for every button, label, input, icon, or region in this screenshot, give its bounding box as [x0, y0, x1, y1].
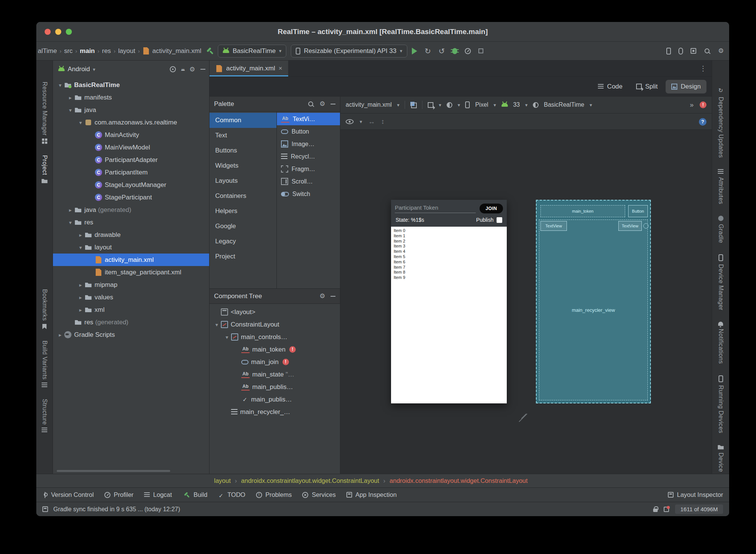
- palette-category-widgets[interactable]: Widgets: [210, 158, 276, 173]
- tool-button-gradle[interactable]: Gradle: [717, 216, 724, 243]
- status-panel-icon[interactable]: [42, 506, 48, 512]
- run-button[interactable]: [412, 48, 417, 54]
- state-label[interactable]: State: %1$s: [396, 217, 424, 223]
- project-tree-item[interactable]: res: [53, 216, 209, 229]
- project-tree-item[interactable]: Gradle Scripts: [53, 328, 209, 341]
- stop-icon[interactable]: [478, 48, 483, 53]
- run-configuration-selector[interactable]: BasicRealTime ▾: [218, 45, 286, 58]
- mode-design-button[interactable]: Design: [666, 80, 706, 93]
- tool-button-structure[interactable]: Structure: [41, 399, 48, 433]
- tool-button-bookmarks[interactable]: Bookmarks: [41, 289, 48, 329]
- clear-constraints-icon[interactable]: ↔: [368, 118, 375, 126]
- device-manager-icon[interactable]: [666, 48, 671, 54]
- project-tree-item[interactable]: StageParticipant: [53, 191, 209, 204]
- night-mode-icon[interactable]: [447, 102, 452, 108]
- theme-picker[interactable]: BasicRealTime: [544, 101, 584, 108]
- device-mirroring-icon[interactable]: [678, 48, 683, 54]
- breadcrumb-item[interactable]: alTime: [38, 47, 57, 55]
- chevron-collapsed-icon[interactable]: [56, 332, 64, 338]
- component-tree-item[interactable]: ConstraintLayout: [210, 318, 340, 331]
- blueprint-textview-right[interactable]: TextView: [618, 221, 642, 231]
- hide-panel-icon[interactable]: [331, 104, 335, 104]
- breadcrumb-item[interactable]: layout: [214, 477, 231, 484]
- lock-icon[interactable]: [653, 509, 658, 512]
- tool-button-version-control[interactable]: Version Control: [42, 491, 94, 498]
- help-icon[interactable]: [699, 118, 706, 126]
- settings-gear-icon[interactable]: ⚙: [718, 48, 724, 54]
- palette-category-containers[interactable]: Containers: [210, 188, 276, 204]
- participant-list[interactable]: Item 0 Item 1 Item 2 Item 3 Item 4 Item …: [391, 227, 507, 403]
- view-options-eye-icon[interactable]: [346, 119, 354, 124]
- breadcrumb-item-current[interactable]: androidx.constraintlayout.widget.Constra…: [390, 477, 528, 484]
- project-tree-item[interactable]: ParticipantItem: [53, 166, 209, 179]
- design-file-selector[interactable]: activity_main.xml: [346, 101, 392, 108]
- palette-category-text[interactable]: Text: [210, 128, 276, 143]
- palette-category-helpers[interactable]: Helpers: [210, 204, 276, 219]
- sdk-manager-icon[interactable]: [691, 48, 696, 54]
- project-tree-item[interactable]: item_stage_participant.xml: [53, 266, 209, 279]
- settings-gear-icon[interactable]: ⚙: [189, 66, 195, 73]
- issues-error-icon[interactable]: [700, 101, 706, 108]
- palette-item-scrollview[interactable]: Scroll…: [277, 175, 340, 188]
- notifications-badge-icon[interactable]: [664, 507, 669, 512]
- chevron-expanded-icon[interactable]: [213, 322, 221, 328]
- palette-item-textview[interactable]: TextVi…: [277, 113, 340, 125]
- project-tree-item[interactable]: res (generated): [53, 316, 209, 328]
- component-tree-item[interactable]: main_join: [210, 356, 340, 368]
- breadcrumb-item[interactable]: res: [102, 47, 111, 55]
- component-tree-item[interactable]: main_token: [210, 343, 340, 356]
- chevron-collapsed-icon[interactable]: [76, 282, 85, 288]
- close-tab-icon[interactable]: ×: [278, 65, 282, 72]
- canvas-resize-handle[interactable]: [517, 410, 527, 420]
- palette-category-common[interactable]: Common: [210, 113, 276, 128]
- design-preview-phone[interactable]: Participant Token JOIN State: %1$s Publi…: [391, 200, 507, 403]
- project-tree-item[interactable]: xml: [53, 303, 209, 316]
- search-icon[interactable]: [307, 101, 314, 107]
- palette-category-project[interactable]: Project: [210, 249, 276, 264]
- chevron-expanded-icon[interactable]: [56, 82, 64, 88]
- breadcrumb-item[interactable]: androidx.constraintlayout.widget.Constra…: [241, 477, 379, 484]
- design-canvas[interactable]: Participant Token JOIN State: %1$s Publi…: [340, 130, 712, 474]
- palette-item-recyclerview[interactable]: Recycl…: [277, 150, 340, 163]
- project-view-selector[interactable]: Android: [68, 65, 90, 73]
- chevron-collapsed-icon[interactable]: [66, 95, 75, 101]
- component-tree-item[interactable]: main_publis…: [210, 393, 340, 406]
- join-button[interactable]: JOIN: [480, 204, 503, 213]
- project-tree-item-selected[interactable]: activity_main.xml: [53, 254, 209, 266]
- build-hammer-icon[interactable]: [206, 47, 213, 55]
- palette-item-switch[interactable]: Switch: [277, 188, 340, 200]
- project-tree-item[interactable]: BasicRealTime: [53, 79, 209, 91]
- tool-button-services[interactable]: Services: [302, 491, 335, 498]
- device-selector[interactable]: Resizable (Experimental) API 33 ▾: [291, 45, 407, 58]
- view-options-layers-icon[interactable]: [410, 102, 417, 108]
- api-level-picker[interactable]: 33: [513, 101, 520, 108]
- mode-split-button[interactable]: Split: [630, 80, 663, 93]
- publish-checkbox[interactable]: [497, 217, 502, 223]
- tool-button-layout-inspector[interactable]: Layout Inspector: [668, 491, 723, 498]
- project-tree-item[interactable]: StageLayoutManager: [53, 179, 209, 191]
- default-margins-icon[interactable]: ↕: [381, 118, 385, 126]
- collapse-all-icon[interactable]: ▴▴: [181, 67, 184, 72]
- breadcrumb-item[interactable]: src: [64, 47, 73, 55]
- settings-gear-icon[interactable]: ⚙: [320, 101, 325, 107]
- chevron-expanded-icon[interactable]: [223, 334, 231, 340]
- debug-icon[interactable]: [452, 48, 457, 54]
- tool-button-notifications[interactable]: Notifications: [717, 322, 724, 364]
- component-tree-item[interactable]: main_state"…: [210, 368, 340, 381]
- chevron-expanded-icon[interactable]: [76, 120, 85, 126]
- rerun-icon[interactable]: ↻: [425, 47, 431, 56]
- chevron-collapsed-icon[interactable]: [76, 294, 85, 300]
- tool-button-device-file-explorer[interactable]: Device File Explorer: [717, 445, 724, 474]
- tool-button-attributes[interactable]: Attributes: [717, 169, 724, 204]
- palette-category-google[interactable]: Google: [210, 219, 276, 234]
- chevron-collapsed-icon[interactable]: [66, 207, 75, 213]
- tool-button-resource-manager[interactable]: Resource Manager: [41, 82, 48, 144]
- breadcrumb-current-file[interactable]: activity_main.xml: [152, 47, 201, 55]
- tool-button-device-manager[interactable]: Device Manager: [717, 254, 724, 310]
- palette-category-buttons[interactable]: Buttons: [210, 143, 276, 158]
- project-tree-item[interactable]: ParticipantAdapter: [53, 154, 209, 166]
- palette-item-imageview[interactable]: Image…: [277, 138, 340, 150]
- chevron-collapsed-icon[interactable]: [76, 307, 85, 313]
- tool-button-build[interactable]: Build: [183, 491, 208, 499]
- tool-button-todo[interactable]: TODO: [218, 491, 245, 498]
